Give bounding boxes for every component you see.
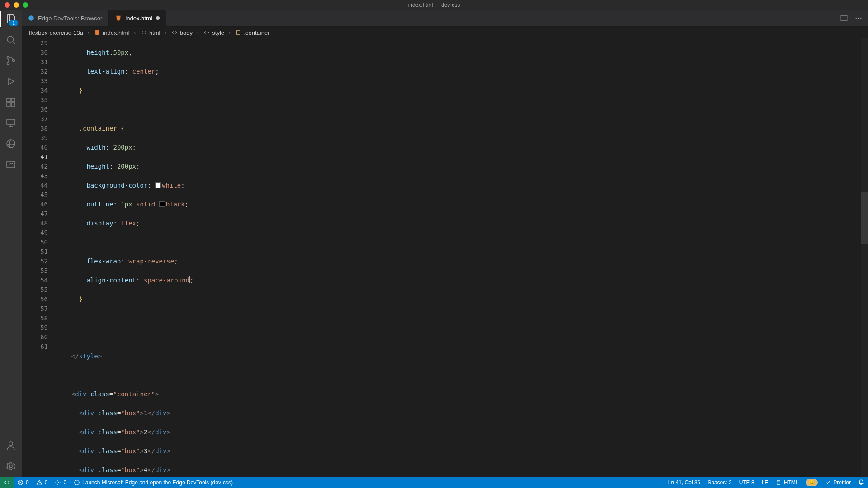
- activity-bar: 1: [0, 10, 22, 477]
- edge-tools-icon[interactable]: [5, 137, 17, 150]
- svg-rect-11: [7, 161, 15, 168]
- line-number: 60: [22, 333, 48, 342]
- svg-point-1: [7, 57, 9, 59]
- line-number: 44: [22, 181, 48, 190]
- line-number: 30: [22, 48, 48, 57]
- line-number: 40: [22, 143, 48, 152]
- prettier-status[interactable]: Prettier: [821, 477, 854, 488]
- minimize-window-icon[interactable]: [14, 2, 19, 8]
- line-number: 48: [22, 219, 48, 228]
- svg-point-2: [7, 62, 9, 65]
- status-bar: 0 0 0 Launch Microsoft Edge and open the…: [0, 477, 868, 488]
- svg-point-13: [9, 465, 12, 468]
- crumb-file[interactable]: index.html: [103, 29, 129, 36]
- problems-warnings[interactable]: 0: [33, 477, 52, 488]
- line-number: 57: [22, 304, 48, 314]
- chevron-right-icon: ›: [197, 29, 199, 36]
- text-caret: [189, 276, 190, 283]
- line-number: 52: [22, 257, 48, 266]
- svg-rect-9: [7, 119, 15, 125]
- screencast-icon[interactable]: [5, 158, 17, 171]
- extensions-icon[interactable]: [5, 96, 17, 108]
- line-number: 43: [22, 171, 48, 181]
- dirty-indicator-icon: [156, 16, 160, 20]
- svg-rect-8: [11, 103, 15, 106]
- chevron-right-icon: ›: [165, 29, 166, 36]
- feedback-icon[interactable]: 😊: [802, 477, 821, 488]
- line-number: 38: [22, 124, 48, 133]
- line-number: 33: [22, 76, 48, 86]
- notifications-icon[interactable]: [854, 477, 868, 488]
- indentation[interactable]: Spaces: 2: [704, 477, 735, 488]
- line-number: 37: [22, 114, 48, 124]
- svg-rect-7: [7, 103, 10, 106]
- ports-indicator[interactable]: 0: [51, 477, 70, 488]
- svg-point-20: [57, 482, 59, 483]
- language-mode[interactable]: HTML: [772, 477, 802, 488]
- editor-column: Edge DevTools: Browser index.html: [22, 10, 868, 477]
- line-number: 39: [22, 133, 48, 143]
- color-swatch-icon[interactable]: [159, 201, 165, 207]
- svg-point-3: [13, 60, 15, 62]
- svg-rect-6: [11, 98, 15, 102]
- line-number: 42: [22, 162, 48, 171]
- line-number: 31: [22, 57, 48, 67]
- chevron-right-icon: ›: [229, 29, 231, 36]
- line-number: 58: [22, 314, 48, 323]
- line-number: 41: [22, 152, 48, 162]
- tab-edge-devtools[interactable]: Edge DevTools: Browser: [22, 10, 109, 26]
- crumb-project[interactable]: flexbox-exercise-13a: [29, 29, 83, 36]
- line-number: 53: [22, 266, 48, 276]
- line-number: 56: [22, 295, 48, 304]
- code-area[interactable]: height:50px; text-align: center; } .cont…: [56, 38, 868, 477]
- settings-gear-icon[interactable]: [5, 460, 17, 473]
- window-traffic-lights: [0, 2, 28, 8]
- remote-indicator[interactable]: [0, 477, 14, 488]
- svg-point-17: [858, 18, 859, 19]
- encoding[interactable]: UTF-8: [736, 477, 758, 488]
- svg-rect-5: [7, 98, 10, 102]
- more-actions-icon[interactable]: [854, 14, 863, 22]
- problems-errors[interactable]: 0: [14, 477, 33, 488]
- zoom-window-icon[interactable]: [23, 2, 28, 8]
- eol[interactable]: LF: [758, 477, 772, 488]
- explorer-badge: 1: [9, 20, 18, 26]
- split-editor-icon[interactable]: [840, 14, 848, 22]
- main-area: 1: [0, 10, 868, 477]
- line-number: 32: [22, 67, 48, 76]
- breadcrumb[interactable]: flexbox-exercise-13a › index.html › html…: [22, 27, 868, 38]
- line-number: 59: [22, 323, 48, 333]
- code-editor[interactable]: 2930313233343536373839404142434445464748…: [22, 38, 868, 477]
- chevron-right-icon: ›: [88, 29, 90, 36]
- crumb-seg[interactable]: .container: [244, 29, 269, 36]
- svg-point-0: [7, 36, 14, 42]
- launch-edge-button[interactable]: Launch Microsoft Edge and open the Edge …: [70, 477, 236, 488]
- crumb-seg[interactable]: html: [149, 29, 160, 36]
- line-number: 29: [22, 38, 48, 48]
- search-icon[interactable]: [5, 33, 17, 46]
- tab-label: Edge DevTools: Browser: [38, 15, 102, 22]
- svg-point-12: [9, 442, 13, 446]
- editor-tabs: Edge DevTools: Browser index.html: [22, 10, 868, 27]
- svg-point-21: [75, 480, 80, 485]
- cursor-position[interactable]: Ln 41, Col 36: [665, 477, 704, 488]
- line-number: 50: [22, 238, 48, 247]
- color-swatch-icon[interactable]: [155, 182, 161, 188]
- remote-explorer-icon[interactable]: [5, 117, 17, 129]
- crumb-seg[interactable]: style: [212, 29, 224, 36]
- line-number-gutter: 2930313233343536373839404142434445464748…: [22, 38, 56, 477]
- titlebar: index.html — dev-css: [0, 0, 868, 10]
- tab-index-html[interactable]: index.html: [109, 10, 166, 26]
- line-number: 61: [22, 342, 48, 352]
- svg-point-16: [856, 18, 857, 19]
- account-icon[interactable]: [5, 439, 17, 452]
- line-number: 34: [22, 86, 48, 95]
- source-control-icon[interactable]: [5, 54, 17, 67]
- close-window-icon[interactable]: [5, 2, 10, 8]
- run-debug-icon[interactable]: [5, 75, 17, 88]
- window: index.html — dev-css 1: [0, 0, 868, 488]
- crumb-seg[interactable]: body: [180, 29, 193, 36]
- minimap-scrollbar[interactable]: [861, 38, 868, 477]
- line-number: 35: [22, 95, 48, 105]
- explorer-icon[interactable]: 1: [5, 13, 17, 25]
